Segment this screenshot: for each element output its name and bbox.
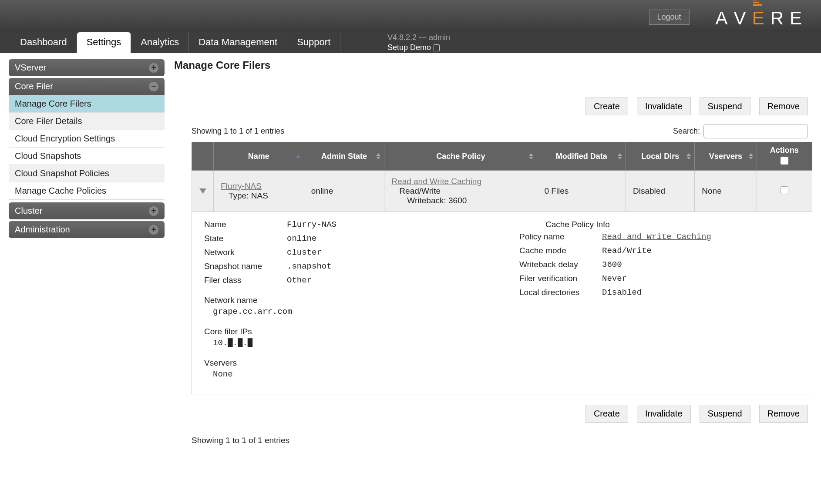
- tab-support[interactable]: Support: [287, 32, 340, 53]
- sidebar-section-administration[interactable]: Administration +: [9, 221, 165, 238]
- sidebar-section-cluster[interactable]: Cluster +: [9, 202, 165, 219]
- logo: A V E R E: [716, 8, 808, 29]
- sort-icon: [618, 153, 622, 159]
- create-button[interactable]: Create: [585, 97, 628, 115]
- lbl-writeback: Writeback delay: [519, 260, 602, 269]
- cell-actions: [757, 171, 812, 212]
- tab-analytics[interactable]: Analytics: [131, 32, 189, 53]
- th-local-dirs[interactable]: Local Dirs: [626, 142, 695, 171]
- lbl-local-dirs: Local directories: [519, 288, 602, 297]
- val-network: cluster: [287, 248, 322, 257]
- val-vservers: None: [213, 370, 485, 379]
- lbl-network: Network: [204, 248, 287, 257]
- val-local-dirs: Disabled: [602, 288, 642, 297]
- table-info-row: Showing 1 to 1 of 1 entries Search:: [174, 124, 812, 138]
- lbl-cache-mode: Cache mode: [519, 246, 602, 255]
- detail-right-column: Cache Policy Info Policy nameRead and Wr…: [519, 220, 800, 379]
- search-label: Search:: [673, 127, 700, 136]
- cell-cache-policy: Read and Write Caching Read/Write Writeb…: [384, 171, 537, 212]
- sidebar-item-manage-cache-policies[interactable]: Manage Cache Policies: [9, 182, 165, 199]
- filer-type: Type: NAS: [229, 191, 268, 200]
- main-tabs: Dashboard Settings Analytics Data Manage…: [0, 32, 821, 53]
- page-title: Manage Core Filers: [174, 59, 812, 71]
- select-all-checkbox[interactable]: [781, 157, 788, 165]
- content-area: Manage Core Filers Create Invalidate Sus…: [165, 59, 812, 445]
- sort-icon: [529, 153, 533, 159]
- lbl-name: Name: [204, 220, 287, 229]
- suspend-button[interactable]: Suspend: [700, 97, 750, 115]
- logo-letter: V: [734, 8, 752, 29]
- showing-text-bottom: Showing 1 to 1 of 1 entries: [192, 436, 812, 445]
- th-vservers[interactable]: Vservers: [695, 142, 757, 171]
- th-modified-data[interactable]: Modified Data: [537, 142, 626, 171]
- logo-letter: A: [716, 8, 734, 29]
- search-box: Search:: [673, 124, 808, 138]
- cell-name: Flurry-NAS Type: NAS: [214, 171, 304, 212]
- detail-left-column: NameFlurry-NAS Stateonline Networkcluste…: [204, 220, 485, 379]
- core-filers-table: Name Admin State Cache Policy Modified D…: [192, 142, 812, 212]
- th-admin-state[interactable]: Admin State: [304, 142, 384, 171]
- showing-text: Showing 1 to 1 of 1 entries: [192, 127, 284, 136]
- document-icon: [434, 44, 440, 51]
- sidebar-item-core-filer-details[interactable]: Core Filer Details: [9, 112, 165, 130]
- sidebar-item-cloud-encryption[interactable]: Cloud Encryption Settings: [9, 130, 165, 147]
- search-input[interactable]: [703, 124, 808, 138]
- cell-vservers: None: [695, 171, 757, 212]
- logout-button[interactable]: Logout: [649, 10, 690, 25]
- remove-button[interactable]: Remove: [759, 97, 808, 115]
- plus-icon: +: [149, 225, 158, 235]
- invalidate-button[interactable]: Invalidate: [637, 405, 691, 423]
- suspend-button[interactable]: Suspend: [700, 405, 750, 423]
- version-info: V4.8.2.2 --- admin Setup Demo: [387, 33, 450, 52]
- logo-letter-e: E: [752, 8, 771, 29]
- val-verification: Never: [602, 274, 627, 283]
- val-filer-class: Other: [287, 276, 312, 285]
- sidebar-core-filer-items: Manage Core Filers Core Filer Details Cl…: [9, 95, 165, 200]
- lbl-vservers: Vservers: [204, 358, 485, 368]
- th-name[interactable]: Name: [214, 142, 304, 171]
- sidebar-item-cloud-snapshot-policies[interactable]: Cloud Snapshot Policies: [9, 165, 165, 182]
- sort-icon: [296, 155, 300, 158]
- cell-local-dirs: Disabled: [626, 171, 695, 212]
- version-text: V4.8.2.2 --- admin: [387, 33, 450, 42]
- sidebar-item-manage-core-filers[interactable]: Manage Core Filers: [9, 95, 165, 112]
- logo-letter: R: [771, 8, 790, 29]
- sidebar-section-core-filer[interactable]: Core Filer −: [9, 78, 165, 95]
- chevron-down-icon: [199, 188, 206, 194]
- action-buttons-bottom: Create Invalidate Suspend Remove: [174, 405, 812, 423]
- th-actions: Actions: [757, 142, 812, 171]
- th-expand: [192, 142, 214, 171]
- plus-icon: +: [149, 206, 158, 216]
- sort-icon: [686, 153, 691, 159]
- val-writeback: 3600: [602, 260, 622, 269]
- remove-button[interactable]: Remove: [759, 405, 808, 423]
- val-cache-mode: Read/Write: [602, 246, 652, 255]
- lbl-core-filer-ips: Core filer IPs: [204, 327, 485, 336]
- logo-bars-icon: [753, 0, 762, 6]
- lbl-policy-name: Policy name: [519, 232, 602, 242]
- create-button[interactable]: Create: [585, 405, 628, 423]
- val-policy-name-link[interactable]: Read and Write Caching: [602, 232, 711, 242]
- cache-policy-link[interactable]: Read and Write Caching: [391, 177, 481, 186]
- th-cache-policy[interactable]: Cache Policy: [384, 142, 537, 171]
- tab-data-management[interactable]: Data Management: [189, 32, 287, 53]
- cache-policy-mode: Read/Write: [399, 186, 441, 195]
- lbl-network-name: Network name: [204, 296, 485, 305]
- lbl-state: State: [204, 234, 287, 243]
- filer-name-link[interactable]: Flurry-NAS: [221, 181, 262, 191]
- sidebar-item-cloud-snapshots[interactable]: Cloud Snapshots: [9, 147, 165, 165]
- sort-icon: [749, 153, 753, 159]
- cell-admin-state: online: [304, 171, 384, 212]
- setup-demo-link[interactable]: Setup Demo: [387, 43, 450, 52]
- expand-toggle[interactable]: [192, 171, 214, 212]
- tab-settings[interactable]: Settings: [77, 32, 131, 53]
- val-name: Flurry-NAS: [287, 220, 336, 229]
- invalidate-button[interactable]: Invalidate: [637, 97, 691, 115]
- header-bar: Logout A V E R E: [0, 0, 821, 32]
- row-checkbox[interactable]: [781, 186, 788, 194]
- logo-letter: E: [790, 8, 808, 29]
- cache-policy-writeback: Writeback: 3600: [407, 196, 467, 205]
- tab-dashboard[interactable]: Dashboard: [10, 32, 77, 53]
- table-row: Flurry-NAS Type: NAS online Read and Wri…: [192, 171, 812, 212]
- sidebar-section-vserver[interactable]: VServer +: [9, 59, 165, 76]
